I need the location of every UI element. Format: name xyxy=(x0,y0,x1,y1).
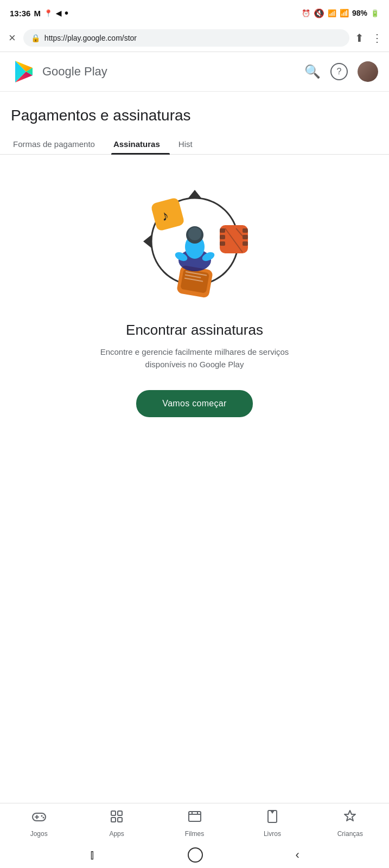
share-icon[interactable]: ⬆ xyxy=(355,31,364,44)
svg-rect-36 xyxy=(118,811,122,815)
android-back-button[interactable]: ‹ xyxy=(296,848,299,862)
svg-rect-35 xyxy=(111,811,116,815)
nav-item-jogos[interactable]: Jogos xyxy=(0,809,78,838)
nav-item-livros[interactable]: Livros xyxy=(233,809,311,838)
nav-label-jogos: Jogos xyxy=(30,830,48,838)
google-play-logo xyxy=(11,59,37,85)
bottom-nav: Jogos Apps Filmes xyxy=(0,803,389,842)
lock-icon: 🔒 xyxy=(31,34,40,42)
status-right-icons: ⏰ 🔇 📶 📶 98% 🔋 xyxy=(302,8,379,18)
status-location-icon: 📍 xyxy=(44,9,53,17)
svg-marker-5 xyxy=(143,235,151,248)
nav-label-filmes: Filmes xyxy=(185,830,204,838)
nav-item-filmes[interactable]: Filmes xyxy=(156,809,233,838)
more-options-icon[interactable]: ⋮ xyxy=(372,31,382,44)
svg-point-33 xyxy=(41,815,42,817)
nav-item-apps[interactable]: Apps xyxy=(78,809,155,838)
kids-icon xyxy=(342,809,358,828)
svg-rect-38 xyxy=(118,818,122,822)
gp-header: Google Play 🔍 ? xyxy=(0,52,389,92)
status-dot: • xyxy=(65,8,68,18)
battery-text: 98% xyxy=(352,9,367,17)
tab-payment-methods[interactable]: Formas de pagamento xyxy=(11,133,105,154)
page-title: Pagamentos e assinaturas xyxy=(11,107,378,124)
tab-history[interactable]: Hist xyxy=(176,133,202,154)
subscription-illustration: ♪ xyxy=(130,176,260,307)
status-nav-icon: ◀ xyxy=(56,9,61,17)
apps-icon xyxy=(109,809,124,828)
browser-close-button[interactable]: × xyxy=(7,29,18,47)
svg-rect-12 xyxy=(220,235,225,239)
gp-logo-area: Google Play xyxy=(11,59,304,85)
mute-icon: 🔇 xyxy=(314,8,324,18)
nav-label-criancas: Crianças xyxy=(337,830,363,838)
svg-marker-6 xyxy=(188,190,201,198)
search-icon[interactable]: 🔍 xyxy=(304,64,321,79)
signal-icon: 📶 xyxy=(340,9,349,17)
status-mail-icon: M xyxy=(34,9,41,18)
android-home-button[interactable] xyxy=(188,847,203,863)
status-bar: 13:36 M 📍 ◀ • ⏰ 🔇 📶 📶 98% 🔋 xyxy=(0,0,389,24)
alarm-icon: ⏰ xyxy=(302,9,310,17)
svg-rect-13 xyxy=(220,241,225,246)
url-text: https://play.google.com/stor xyxy=(44,34,342,42)
games-icon xyxy=(31,809,47,828)
browser-bar: × 🔒 https://play.google.com/stor ⬆ ⋮ xyxy=(0,24,389,52)
status-time: 13:36 M 📍 ◀ • xyxy=(10,8,68,18)
svg-rect-37 xyxy=(111,818,116,822)
empty-state-description: Encontre e gerencie facilmente milhares … xyxy=(97,346,292,371)
main-content: ♪ xyxy=(0,155,389,433)
url-box[interactable]: 🔒 https://play.google.com/stor xyxy=(23,29,349,47)
cta-button[interactable]: Vamos começar xyxy=(136,390,252,417)
android-nav-bar: ⫿ ‹ xyxy=(0,842,389,868)
avatar[interactable] xyxy=(358,61,378,82)
battery-icon: 🔋 xyxy=(371,9,379,17)
gp-header-icons: 🔍 ? xyxy=(304,61,378,82)
time-display: 13:36 xyxy=(10,9,30,18)
browser-actions: ⬆ ⋮ xyxy=(355,31,382,44)
svg-point-34 xyxy=(42,817,44,819)
books-icon xyxy=(265,809,280,828)
svg-point-27 xyxy=(188,227,201,240)
svg-rect-15 xyxy=(243,235,248,239)
gp-title-text: Google Play xyxy=(42,65,107,79)
avatar-image xyxy=(358,61,378,82)
svg-rect-14 xyxy=(243,228,248,233)
tabs-bar: Formas de pagamento Assinaturas Hist xyxy=(0,133,389,155)
svg-rect-10 xyxy=(223,228,245,250)
svg-marker-45 xyxy=(345,810,355,821)
svg-marker-44 xyxy=(270,810,275,814)
svg-rect-11 xyxy=(220,228,225,233)
android-recent-button[interactable]: ⫿ xyxy=(90,848,95,862)
nav-label-livros: Livros xyxy=(264,830,281,838)
nav-label-apps: Apps xyxy=(109,830,124,838)
tab-subscriptions[interactable]: Assinaturas xyxy=(111,133,170,154)
empty-state-title: Encontrar assinaturas xyxy=(126,322,263,339)
wifi-icon: 📶 xyxy=(328,9,336,17)
svg-rect-16 xyxy=(243,241,248,246)
movies-icon xyxy=(187,809,202,828)
svg-rect-39 xyxy=(189,812,201,821)
help-icon[interactable]: ? xyxy=(330,63,348,80)
illustration: ♪ xyxy=(130,176,260,307)
nav-item-criancas[interactable]: Crianças xyxy=(311,809,389,838)
page-title-area: Pagamentos e assinaturas xyxy=(0,92,389,133)
